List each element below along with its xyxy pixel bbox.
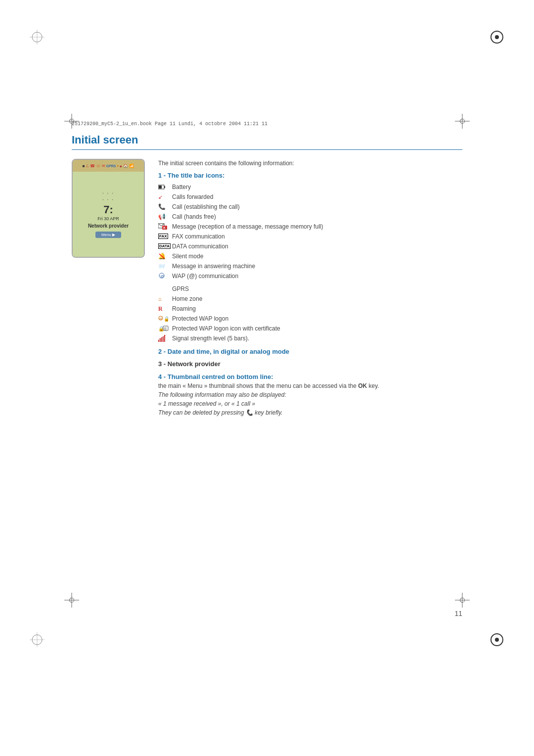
list-item-home: ⌂ Home zone — [158, 294, 462, 303]
list-item-hands-free: 📢 Call (hands free) — [158, 212, 462, 221]
silent-icon: 🔔 — [158, 253, 172, 259]
svg-text:↙: ↙ — [158, 194, 163, 200]
answering-icon: 📨 — [158, 263, 172, 269]
status-icon-phone1: ☎ — [90, 164, 95, 168]
svg-text:@: @ — [159, 317, 162, 320]
svg-rect-46 — [160, 338, 161, 342]
section4-body: the main « Menu » thumbnail shows that t… — [158, 381, 462, 390]
list-item-answering: 📨 Message in answering machine — [158, 262, 462, 271]
list-item-fax: FAX FAX communication — [158, 232, 462, 241]
home-icon: ⌂ — [158, 295, 172, 302]
status-icon-gprs: GPRS — [106, 164, 116, 168]
status-icon-forward: ℒ — [86, 164, 89, 168]
page-number: 11 — [454, 610, 462, 617]
description-column: The initial screen contains the followin… — [158, 159, 462, 417]
list-item-data: DATA DATA communication — [158, 242, 462, 251]
list-item-roaming: R Roaming — [158, 304, 462, 313]
svg-point-4 — [495, 35, 499, 39]
signal-icon — [158, 335, 172, 342]
list-item-protected-wap-cert: 🔒 ☰ Protected WAP logon icon with certif… — [158, 324, 462, 333]
wap-label: WAP (@) communication — [172, 272, 462, 281]
corner-mark-bl — [30, 632, 44, 647]
list-item-calls-forwarded: ↙ Calls forwarded — [158, 192, 462, 201]
list-item-signal: Signal strength level (5 bars). — [158, 334, 462, 343]
phone-time: 7: — [103, 203, 113, 216]
protected-wap-cert-label: Protected WAP logon icon with certificat… — [172, 324, 462, 333]
delete-phone-icon: 📞 — [246, 409, 253, 416]
call-establish-icon: 📞 — [158, 203, 172, 210]
svg-text:⌂: ⌂ — [158, 296, 162, 302]
svg-text:📢: 📢 — [158, 213, 165, 220]
section4-italic2: « 1 message received », or « 1 call » — [158, 399, 462, 408]
calls-forwarded-label: Calls forwarded — [172, 192, 462, 201]
data-icon: DATA — [158, 243, 172, 249]
answering-label: Message in answering machine — [172, 262, 462, 271]
status-icon-dot1: ● — [117, 164, 119, 167]
svg-text:☰: ☰ — [164, 327, 167, 331]
corner-mark-tr — [490, 30, 504, 45]
svg-point-9 — [495, 638, 499, 642]
status-icon-home: 🏠 — [123, 164, 128, 168]
icon-list-2: ⌂ Home zone R Roaming — [158, 294, 462, 343]
roaming-label: Roaming — [172, 304, 462, 313]
svg-rect-47 — [161, 337, 162, 342]
svg-text:@: @ — [160, 274, 164, 279]
phone-screen: · · · · · · 7: Fri 30 APR Network provid… — [73, 172, 144, 257]
svg-rect-48 — [163, 336, 164, 342]
status-icon-dot2: ◆ — [120, 164, 122, 168]
status-icon-signal: 📶 — [129, 164, 134, 168]
main-content: Initial screen ■ ℒ ☎ ☏ ✉ GPRS ● ◆ 🏠 📶 — [72, 134, 462, 598]
list-item-battery: Battery — [158, 183, 462, 191]
wap-icon: @ — [158, 273, 172, 279]
list-item-protected-wap: @ 🔒 Protected WAP logon — [158, 314, 462, 323]
battery-label: Battery — [172, 183, 462, 191]
svg-line-29 — [158, 224, 161, 226]
phone-menu-button: Menu ▶ — [95, 232, 121, 238]
status-icon-battery: ■ — [83, 164, 85, 168]
svg-text:📞: 📞 — [158, 203, 165, 210]
signal-label: Signal strength level (5 bars). — [172, 334, 462, 343]
message-label: Message (reception of a message, message… — [172, 222, 462, 231]
corner-mark-br — [490, 632, 504, 647]
roaming-icon: R — [158, 304, 172, 313]
content-columns: ■ ℒ ☎ ☏ ✉ GPRS ● ◆ 🏠 📶 · · · · · · 7: Fr… — [72, 159, 462, 417]
header-line: 251729200_myC5-2_1u_en.book Page 11 Lund… — [72, 121, 462, 127]
list-item-silent: 🔔 Silent mode — [158, 252, 462, 261]
list-item-call-establish: 📞 Call (establishing the call) — [158, 202, 462, 211]
italic3-text: They can be deleted by pressing — [158, 409, 246, 416]
gprs-row: GPRS — [158, 284, 462, 293]
call-establish-label: Call (establishing the call) — [172, 202, 462, 211]
italic4-text: key briefly. — [255, 409, 282, 416]
data-label: DATA communication — [172, 242, 462, 251]
svg-text:✕: ✕ — [163, 226, 166, 230]
section2-title: 2 - Date and time, in digital or analog … — [158, 347, 462, 357]
section4-ok: OK — [358, 382, 367, 389]
list-item-message: ✕ Message (reception of a message, messa… — [158, 222, 462, 231]
section3-title: 3 - Network provider — [158, 359, 462, 369]
fax-label: FAX communication — [172, 232, 462, 241]
section4-text2: key. — [367, 382, 379, 389]
phone-column: ■ ℒ ☎ ☏ ✉ GPRS ● ◆ 🏠 📶 · · · · · · 7: Fr… — [72, 159, 148, 258]
svg-rect-23 — [164, 186, 165, 188]
silent-label: Silent mode — [172, 252, 462, 261]
svg-text:🔒: 🔒 — [164, 316, 168, 322]
section4-title: 4 - Thumbnail centred on bottom line: — [158, 373, 273, 380]
protected-wap-icon: @ 🔒 — [158, 315, 172, 322]
fax-icon: FAX — [158, 234, 172, 239]
section4: 4 - Thumbnail centred on bottom line: th… — [158, 372, 462, 418]
phone-network: Network provider — [88, 223, 129, 229]
phone-dots2: · · · — [102, 197, 114, 202]
section4-italic1: The following information may also be di… — [158, 390, 462, 399]
phone-mockup: ■ ℒ ☎ ☏ ✉ GPRS ● ◆ 🏠 📶 · · · · · · 7: Fr… — [72, 159, 145, 258]
icon-list: Battery ↙ Calls forwarded 📞 Call (establ… — [158, 183, 462, 281]
svg-rect-24 — [159, 186, 162, 189]
page-title: Initial screen — [72, 134, 462, 150]
svg-rect-45 — [158, 340, 159, 342]
status-icon-phone2: ☏ — [96, 164, 101, 168]
section1-title: 1 - The title bar icons: — [158, 171, 462, 181]
intro-text: The initial screen contains the followin… — [158, 159, 462, 168]
hands-free-icon: 📢 — [158, 213, 172, 220]
home-label: Home zone — [172, 294, 462, 303]
data-badge-text: DATA — [158, 243, 171, 249]
phone-dots: · · · — [102, 190, 114, 196]
